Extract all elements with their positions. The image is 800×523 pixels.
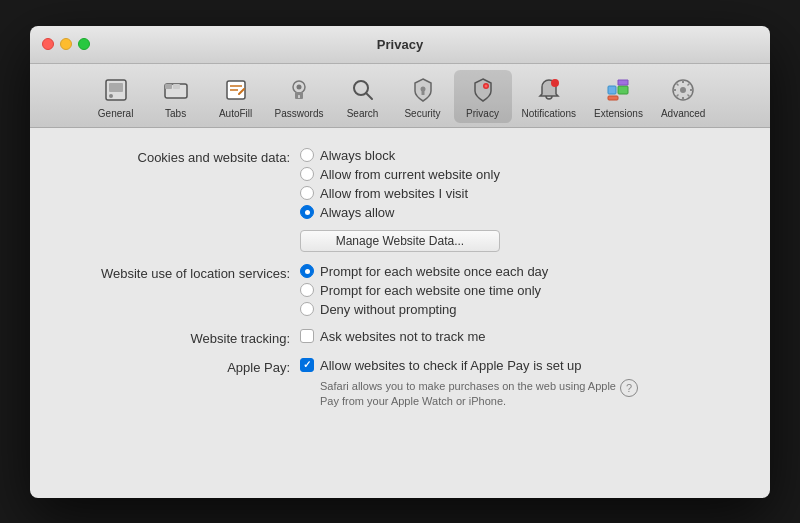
cookies-label: Cookies and website data: bbox=[60, 148, 300, 165]
tabs-icon bbox=[160, 74, 192, 106]
tab-advanced[interactable]: Advanced bbox=[653, 70, 713, 123]
location-each-day-radio[interactable] bbox=[300, 264, 314, 278]
help-icon[interactable]: ? bbox=[620, 379, 638, 397]
location-deny-radio[interactable] bbox=[300, 302, 314, 316]
minimize-button[interactable] bbox=[60, 38, 72, 50]
apple-pay-controls: Allow websites to check if Apple Pay is … bbox=[300, 358, 638, 410]
advanced-label: Advanced bbox=[661, 108, 705, 119]
tab-notifications[interactable]: Notifications bbox=[514, 70, 584, 123]
svg-point-15 bbox=[420, 86, 425, 91]
tracking-section: Website tracking: Ask websites not to tr… bbox=[60, 329, 740, 346]
svg-rect-16 bbox=[421, 91, 424, 95]
svg-line-29 bbox=[677, 83, 679, 85]
location-each-day-option[interactable]: Prompt for each website once each day bbox=[300, 264, 548, 279]
extensions-label: Extensions bbox=[594, 108, 643, 119]
passwords-label: Passwords bbox=[275, 108, 324, 119]
tracking-checkbox-label: Ask websites not to track me bbox=[320, 329, 485, 344]
tracking-row: Website tracking: Ask websites not to tr… bbox=[60, 329, 740, 346]
cookies-always-block-label: Always block bbox=[320, 148, 395, 163]
svg-rect-22 bbox=[608, 96, 618, 100]
apple-pay-checkbox-label: Allow websites to check if Apple Pay is … bbox=[320, 358, 582, 373]
autofill-label: AutoFill bbox=[219, 108, 252, 119]
cookies-websites-visit-radio[interactable] bbox=[300, 186, 314, 200]
cookies-controls: Always block Allow from current website … bbox=[300, 148, 500, 252]
svg-line-30 bbox=[688, 94, 690, 96]
location-section: Website use of location services: Prompt… bbox=[60, 264, 740, 317]
tab-search[interactable]: Search bbox=[334, 70, 392, 123]
svg-point-19 bbox=[551, 79, 559, 87]
tab-passwords[interactable]: Passwords bbox=[267, 70, 332, 123]
search-label: Search bbox=[347, 108, 379, 119]
tracking-option[interactable]: Ask websites not to track me bbox=[300, 329, 485, 344]
window-title: Privacy bbox=[377, 37, 423, 52]
advanced-icon bbox=[667, 74, 699, 106]
cookies-current-only-radio[interactable] bbox=[300, 167, 314, 181]
svg-line-31 bbox=[688, 83, 690, 85]
cookies-websites-visit-label: Allow from websites I visit bbox=[320, 186, 468, 201]
notifications-label: Notifications bbox=[522, 108, 576, 119]
apple-pay-checkbox[interactable] bbox=[300, 358, 314, 372]
close-button[interactable] bbox=[42, 38, 54, 50]
tab-security[interactable]: Security bbox=[394, 70, 452, 123]
privacy-icon bbox=[467, 74, 499, 106]
notifications-icon bbox=[533, 74, 565, 106]
svg-rect-12 bbox=[298, 95, 300, 98]
tracking-label: Website tracking: bbox=[60, 329, 300, 346]
svg-point-18 bbox=[484, 84, 487, 87]
tracking-controls: Ask websites not to track me bbox=[300, 329, 485, 344]
svg-rect-20 bbox=[608, 86, 616, 94]
cookies-always-allow-option[interactable]: Always allow bbox=[300, 205, 500, 220]
apple-pay-option[interactable]: Allow websites to check if Apple Pay is … bbox=[300, 358, 638, 373]
tab-privacy[interactable]: Privacy bbox=[454, 70, 512, 123]
location-one-time-option[interactable]: Prompt for each website one time only bbox=[300, 283, 548, 298]
svg-rect-4 bbox=[165, 84, 172, 89]
tabs-label: Tabs bbox=[165, 108, 186, 119]
tracking-checkbox[interactable] bbox=[300, 329, 314, 343]
extensions-icon bbox=[602, 74, 634, 106]
cookies-websites-visit-option[interactable]: Allow from websites I visit bbox=[300, 186, 500, 201]
cookies-always-block-radio[interactable] bbox=[300, 148, 314, 162]
tab-extensions[interactable]: Extensions bbox=[586, 70, 651, 123]
location-label: Website use of location services: bbox=[60, 264, 300, 281]
toolbar: General Tabs AutoFill bbox=[30, 64, 770, 128]
apple-pay-row: Apple Pay: Allow websites to check if Ap… bbox=[60, 358, 740, 410]
svg-rect-21 bbox=[618, 86, 628, 94]
location-deny-label: Deny without prompting bbox=[320, 302, 457, 317]
apple-pay-label: Apple Pay: bbox=[60, 358, 300, 375]
location-deny-option[interactable]: Deny without prompting bbox=[300, 302, 548, 317]
privacy-label: Privacy bbox=[466, 108, 499, 119]
tab-general[interactable]: General bbox=[87, 70, 145, 123]
svg-point-10 bbox=[297, 84, 302, 89]
location-one-time-label: Prompt for each website one time only bbox=[320, 283, 541, 298]
cookies-always-allow-label: Always allow bbox=[320, 205, 394, 220]
svg-rect-1 bbox=[109, 83, 123, 92]
autofill-icon bbox=[220, 74, 252, 106]
content-area: Cookies and website data: Always block A… bbox=[30, 128, 770, 498]
cookies-always-block-option[interactable]: Always block bbox=[300, 148, 500, 163]
svg-line-32 bbox=[677, 94, 679, 96]
cookies-always-allow-radio[interactable] bbox=[300, 205, 314, 219]
apple-pay-bottom: Safari allows you to make purchases on t… bbox=[300, 377, 638, 410]
maximize-button[interactable] bbox=[78, 38, 90, 50]
svg-point-2 bbox=[109, 94, 113, 98]
location-one-time-radio[interactable] bbox=[300, 283, 314, 297]
titlebar: Privacy bbox=[30, 26, 770, 64]
cookies-current-only-label: Allow from current website only bbox=[320, 167, 500, 182]
cookies-current-only-option[interactable]: Allow from current website only bbox=[300, 167, 500, 182]
security-icon bbox=[407, 74, 439, 106]
traffic-lights bbox=[42, 38, 90, 50]
security-label: Security bbox=[404, 108, 440, 119]
apple-pay-section: Apple Pay: Allow websites to check if Ap… bbox=[60, 358, 740, 410]
passwords-icon bbox=[283, 74, 315, 106]
cookies-row: Cookies and website data: Always block A… bbox=[60, 148, 740, 252]
manage-website-data-button[interactable]: Manage Website Data... bbox=[300, 230, 500, 252]
tab-autofill[interactable]: AutoFill bbox=[207, 70, 265, 123]
general-icon bbox=[100, 74, 132, 106]
svg-line-14 bbox=[366, 93, 372, 99]
general-label: General bbox=[98, 108, 134, 119]
tab-tabs[interactable]: Tabs bbox=[147, 70, 205, 123]
svg-point-24 bbox=[680, 87, 686, 93]
preferences-window: Privacy General Tabs bbox=[30, 26, 770, 498]
location-each-day-label: Prompt for each website once each day bbox=[320, 264, 548, 279]
search-icon bbox=[347, 74, 379, 106]
